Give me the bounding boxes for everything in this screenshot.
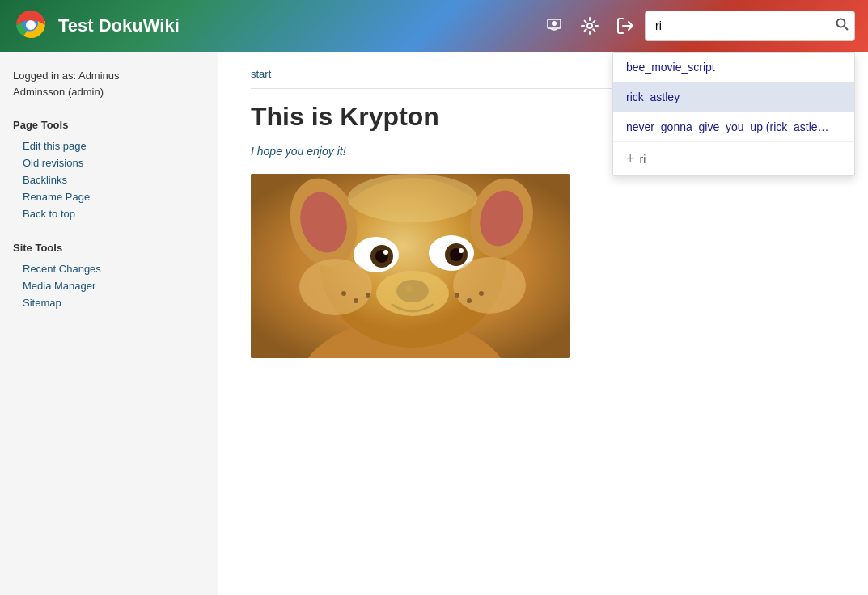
svg-line-8: [845, 27, 849, 31]
svg-point-4: [552, 21, 557, 26]
profile-button[interactable]: [544, 16, 564, 36]
sidebar-item-back-to-top[interactable]: Back to top: [13, 205, 205, 222]
breadcrumb-start[interactable]: start: [251, 68, 271, 80]
svg-point-33: [455, 293, 459, 298]
svg-point-24: [459, 248, 464, 253]
search-add-item[interactable]: + ri: [613, 142, 854, 175]
svg-point-34: [467, 298, 472, 303]
doge-image: [251, 174, 570, 358]
header: Test DokuWiki: [0, 0, 868, 52]
svg-point-28: [453, 257, 526, 314]
search-input[interactable]: [645, 11, 855, 41]
search-container: [645, 11, 855, 41]
svg-point-16: [348, 174, 477, 222]
search-button[interactable]: [836, 18, 849, 34]
search-result-rick-astley[interactable]: rick_astley: [613, 82, 854, 112]
sidebar-item-old-revisions[interactable]: Old revisions: [13, 154, 205, 171]
svg-point-27: [299, 259, 372, 315]
logout-button[interactable]: [616, 16, 635, 36]
sidebar-user: Logged in as: Adminus Adminsson (admin): [13, 68, 205, 99]
logo: [13, 7, 49, 45]
sidebar-item-edit-page[interactable]: Edit this page: [13, 137, 205, 154]
page-tools-section: Page Tools Edit this page Old revisions …: [13, 119, 205, 222]
svg-point-32: [341, 291, 346, 296]
site-tools-title: Site Tools: [13, 242, 205, 254]
svg-point-5: [587, 23, 592, 28]
svg-point-20: [383, 250, 388, 255]
search-dropdown: bee_movie_script rick_astley never_gonna…: [612, 52, 855, 176]
sidebar-item-media-manager[interactable]: Media Manager: [13, 277, 205, 294]
page-tools-title: Page Tools: [13, 119, 205, 131]
sidebar-item-sitemap[interactable]: Sitemap: [13, 294, 205, 311]
sidebar: Logged in as: Adminus Adminsson (admin) …: [0, 52, 218, 595]
svg-point-7: [837, 19, 845, 27]
sidebar-item-backlinks[interactable]: Backlinks: [13, 171, 205, 188]
site-title: Test DokuWiki: [58, 15, 535, 36]
svg-point-29: [376, 271, 449, 316]
plus-icon: +: [626, 150, 635, 167]
search-result-bee-movie[interactable]: bee_movie_script: [613, 53, 854, 82]
svg-point-35: [479, 291, 484, 296]
sidebar-item-rename-page[interactable]: Rename Page: [13, 188, 205, 205]
svg-point-2: [26, 20, 36, 30]
svg-point-30: [366, 293, 370, 298]
settings-button[interactable]: [580, 16, 599, 36]
header-icons: [544, 16, 635, 36]
site-tools-section: Site Tools Recent Changes Media Manager …: [13, 242, 205, 311]
sidebar-item-recent-changes[interactable]: Recent Changes: [13, 260, 205, 277]
search-result-never-gonna[interactable]: never_gonna_give_you_up (rick_astle…: [613, 112, 854, 142]
svg-point-31: [354, 298, 358, 303]
